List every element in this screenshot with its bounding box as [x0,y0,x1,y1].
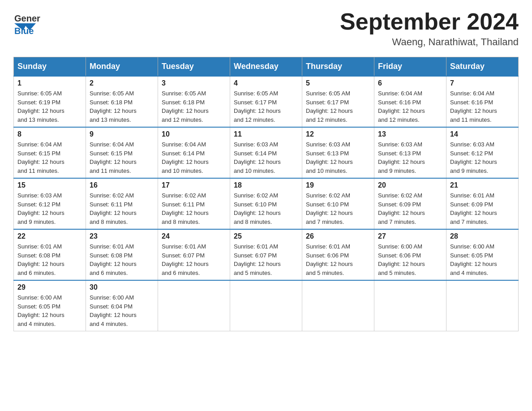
calendar-cell: 7 Sunrise: 6:04 AMSunset: 6:16 PMDayligh… [446,76,519,127]
calendar-cell: 26 Sunrise: 6:01 AMSunset: 6:06 PMDaylig… [302,229,374,280]
day-info: Sunrise: 6:00 AMSunset: 6:05 PMDaylight:… [450,242,515,277]
svg-text:General: General [14,13,40,23]
day-number: 7 [450,79,515,87]
day-number: 17 [162,181,226,189]
day-number: 16 [90,181,154,189]
calendar-cell: 1 Sunrise: 6:05 AMSunset: 6:19 PMDayligh… [14,76,86,127]
calendar-cell: 8 Sunrise: 6:04 AMSunset: 6:15 PMDayligh… [14,127,86,178]
calendar-cell: 21 Sunrise: 6:01 AMSunset: 6:09 PMDaylig… [446,178,519,229]
week-row-1: 1 Sunrise: 6:05 AMSunset: 6:19 PMDayligh… [14,76,519,127]
calendar-cell: 19 Sunrise: 6:02 AMSunset: 6:10 PMDaylig… [302,178,374,229]
day-number: 2 [90,79,154,87]
day-info: Sunrise: 6:02 AMSunset: 6:11 PMDaylight:… [162,191,226,226]
day-info: Sunrise: 6:05 AMSunset: 6:18 PMDaylight:… [162,89,226,124]
day-info: Sunrise: 6:01 AMSunset: 6:08 PMDaylight:… [17,242,82,277]
day-info: Sunrise: 6:01 AMSunset: 6:07 PMDaylight:… [162,242,226,277]
calendar-cell [374,280,446,331]
day-number: 11 [234,130,298,138]
day-number: 24 [162,232,226,240]
day-info: Sunrise: 6:05 AMSunset: 6:17 PMDaylight:… [234,89,298,124]
week-row-3: 15 Sunrise: 6:03 AMSunset: 6:12 PMDaylig… [14,178,519,229]
week-row-2: 8 Sunrise: 6:04 AMSunset: 6:15 PMDayligh… [14,127,519,178]
day-number: 21 [450,181,515,189]
calendar-cell [446,280,519,331]
day-info: Sunrise: 6:03 AMSunset: 6:12 PMDaylight:… [450,140,515,175]
day-number: 29 [17,283,82,291]
calendar-cell [158,280,230,331]
day-info: Sunrise: 6:03 AMSunset: 6:13 PMDaylight:… [378,140,442,175]
day-info: Sunrise: 6:05 AMSunset: 6:19 PMDaylight:… [17,89,82,124]
day-info: Sunrise: 6:05 AMSunset: 6:18 PMDaylight:… [90,89,154,124]
weekday-header-sunday: Sunday [14,57,86,77]
calendar-cell: 27 Sunrise: 6:00 AMSunset: 6:06 PMDaylig… [374,229,446,280]
day-number: 26 [306,232,370,240]
logo-graphic: General Blue [13,9,40,38]
weekday-header-thursday: Thursday [302,57,374,77]
calendar-cell: 24 Sunrise: 6:01 AMSunset: 6:07 PMDaylig… [158,229,230,280]
day-info: Sunrise: 6:04 AMSunset: 6:15 PMDaylight:… [90,140,154,175]
calendar-cell: 29 Sunrise: 6:00 AMSunset: 6:05 PMDaylig… [14,280,86,331]
day-info: Sunrise: 6:01 AMSunset: 6:09 PMDaylight:… [450,191,515,226]
day-info: Sunrise: 6:02 AMSunset: 6:09 PMDaylight:… [378,191,442,226]
day-number: 30 [90,283,154,291]
day-info: Sunrise: 6:00 AMSunset: 6:06 PMDaylight:… [378,242,442,277]
day-number: 23 [90,232,154,240]
calendar-cell [302,280,374,331]
day-number: 9 [90,130,154,138]
logo: General Blue [13,9,40,38]
calendar-cell: 4 Sunrise: 6:05 AMSunset: 6:17 PMDayligh… [230,76,302,127]
weekday-header-row: SundayMondayTuesdayWednesdayThursdayFrid… [14,57,519,77]
day-info: Sunrise: 6:01 AMSunset: 6:08 PMDaylight:… [90,242,154,277]
calendar-cell: 15 Sunrise: 6:03 AMSunset: 6:12 PMDaylig… [14,178,86,229]
day-info: Sunrise: 6:01 AMSunset: 6:06 PMDaylight:… [306,242,370,277]
calendar-cell: 23 Sunrise: 6:01 AMSunset: 6:08 PMDaylig… [86,229,158,280]
calendar-cell: 10 Sunrise: 6:04 AMSunset: 6:14 PMDaylig… [158,127,230,178]
day-number: 25 [234,232,298,240]
calendar-cell: 22 Sunrise: 6:01 AMSunset: 6:08 PMDaylig… [14,229,86,280]
weekday-header-friday: Friday [374,57,446,77]
calendar-cell: 5 Sunrise: 6:05 AMSunset: 6:17 PMDayligh… [302,76,374,127]
location: Waeng, Narathiwat, Thailand [340,36,519,48]
day-number: 28 [450,232,515,240]
calendar-cell: 30 Sunrise: 6:00 AMSunset: 6:04 PMDaylig… [86,280,158,331]
day-number: 5 [306,79,370,87]
day-info: Sunrise: 6:03 AMSunset: 6:14 PMDaylight:… [234,140,298,175]
day-number: 14 [450,130,515,138]
day-number: 27 [378,232,442,240]
weekday-header-wednesday: Wednesday [230,57,302,77]
day-info: Sunrise: 6:04 AMSunset: 6:16 PMDaylight:… [450,89,515,124]
day-info: Sunrise: 6:04 AMSunset: 6:16 PMDaylight:… [378,89,442,124]
day-number: 18 [234,181,298,189]
calendar-cell: 9 Sunrise: 6:04 AMSunset: 6:15 PMDayligh… [86,127,158,178]
calendar-cell: 17 Sunrise: 6:02 AMSunset: 6:11 PMDaylig… [158,178,230,229]
day-number: 20 [378,181,442,189]
day-info: Sunrise: 6:03 AMSunset: 6:13 PMDaylight:… [306,140,370,175]
week-row-5: 29 Sunrise: 6:00 AMSunset: 6:05 PMDaylig… [14,280,519,331]
day-info: Sunrise: 6:04 AMSunset: 6:15 PMDaylight:… [17,140,82,175]
calendar-cell [230,280,302,331]
calendar-cell: 20 Sunrise: 6:02 AMSunset: 6:09 PMDaylig… [374,178,446,229]
day-number: 1 [17,79,82,87]
day-info: Sunrise: 6:05 AMSunset: 6:17 PMDaylight:… [306,89,370,124]
day-info: Sunrise: 6:02 AMSunset: 6:11 PMDaylight:… [90,191,154,226]
day-number: 3 [162,79,226,87]
day-number: 4 [234,79,298,87]
day-number: 6 [378,79,442,87]
day-info: Sunrise: 6:04 AMSunset: 6:14 PMDaylight:… [162,140,226,175]
title-section: September 2024 Waeng, Narathiwat, Thaila… [340,9,519,48]
page-header: General Blue September 2024 Waeng, Narat… [13,9,519,48]
day-number: 19 [306,181,370,189]
day-number: 10 [162,130,226,138]
calendar-cell: 13 Sunrise: 6:03 AMSunset: 6:13 PMDaylig… [374,127,446,178]
calendar-cell: 25 Sunrise: 6:01 AMSunset: 6:07 PMDaylig… [230,229,302,280]
day-info: Sunrise: 6:01 AMSunset: 6:07 PMDaylight:… [234,242,298,277]
day-info: Sunrise: 6:02 AMSunset: 6:10 PMDaylight:… [234,191,298,226]
day-info: Sunrise: 6:00 AMSunset: 6:05 PMDaylight:… [17,293,82,328]
day-number: 15 [17,181,82,189]
calendar-cell: 14 Sunrise: 6:03 AMSunset: 6:12 PMDaylig… [446,127,519,178]
day-number: 12 [306,130,370,138]
day-number: 22 [17,232,82,240]
calendar-cell: 2 Sunrise: 6:05 AMSunset: 6:18 PMDayligh… [86,76,158,127]
svg-text:Blue: Blue [14,26,34,36]
calendar-cell: 28 Sunrise: 6:00 AMSunset: 6:05 PMDaylig… [446,229,519,280]
